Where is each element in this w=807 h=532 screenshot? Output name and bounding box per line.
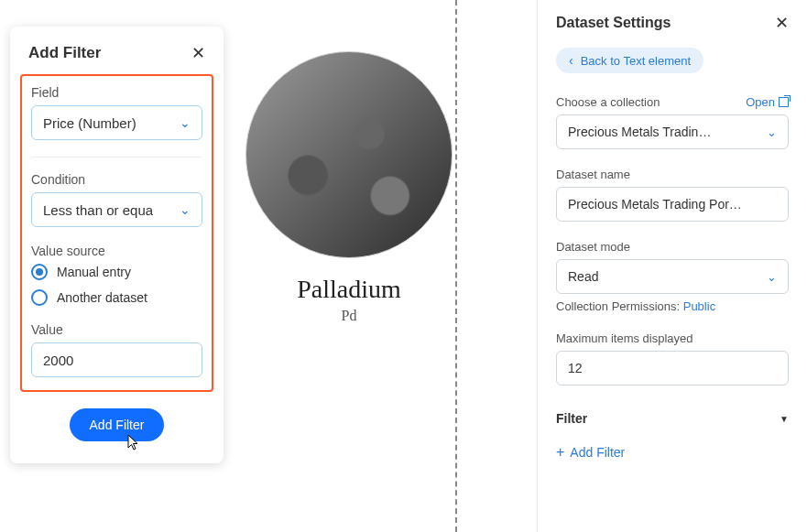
dataset-name-value: Precious Metals Trading Por…: [568, 197, 742, 212]
add-filter-button-label: Add Filter: [90, 418, 145, 432]
value-source-label: Value source: [31, 244, 202, 258]
chevron-down-icon: ⌄: [180, 202, 191, 217]
condition-label: Condition: [31, 172, 202, 187]
dataset-settings-panel: Dataset Settings ✕ ‹ Back to Text elemen…: [537, 0, 807, 532]
radio-manual-label: Manual entry: [57, 265, 131, 279]
radio-manual-entry[interactable]: Manual entry: [31, 264, 202, 280]
max-items-value: 12: [568, 361, 583, 375]
permissions-label: Collection Permissions:: [556, 299, 683, 313]
filter-section-label: Filter: [556, 411, 587, 426]
chevron-down-icon: ⌄: [180, 115, 191, 130]
preview-title: Palladium: [239, 275, 459, 304]
dataset-name-label: Dataset name: [556, 168, 789, 181]
add-filter-title: Add Filter: [28, 44, 101, 62]
divider: [31, 157, 202, 157]
open-link-label: Open: [746, 95, 775, 109]
add-filter-button[interactable]: Add Filter: [70, 408, 165, 441]
preview-subtitle: Pd: [239, 308, 459, 324]
plus-icon: +: [556, 444, 564, 461]
collection-select-value: Precious Metals Tradin…: [568, 125, 711, 139]
chevron-left-icon: ‹: [569, 53, 573, 68]
open-collection-link[interactable]: Open: [746, 95, 789, 109]
triangle-down-icon: ▼: [780, 414, 789, 424]
radio-another-label: Another dataset: [57, 290, 147, 305]
value-label: Value: [31, 322, 202, 337]
permissions-line: Collection Permissions: Public: [556, 299, 789, 313]
dataset-mode-select[interactable]: Read ⌄: [556, 259, 789, 294]
field-select[interactable]: Price (Number) ⌄: [31, 105, 202, 140]
radio-another-dataset[interactable]: Another dataset: [31, 289, 202, 306]
dataset-mode-value: Read: [568, 269, 598, 284]
chevron-down-icon: ⌄: [767, 125, 777, 139]
value-input[interactable]: 2000: [31, 342, 202, 377]
field-label: Field: [31, 85, 202, 100]
add-filter-link[interactable]: + Add Filter: [556, 444, 625, 461]
value-input-text: 2000: [43, 353, 73, 368]
cursor-icon: [127, 434, 142, 451]
add-filter-link-label: Add Filter: [570, 445, 625, 460]
preview-image: [245, 51, 453, 258]
max-items-label: Maximum items displayed: [556, 331, 789, 345]
dataset-mode-label: Dataset mode: [556, 240, 789, 254]
chevron-down-icon: ⌄: [767, 270, 777, 284]
condition-select[interactable]: Less than or equa ⌄: [31, 192, 202, 227]
settings-title: Dataset Settings: [556, 15, 671, 31]
dashed-divider: [455, 0, 457, 532]
condition-select-value: Less than or equa: [43, 202, 153, 218]
choose-collection-label: Choose a collection: [556, 95, 660, 109]
highlighted-form-area: Field Price (Number) ⌄ Condition Less th…: [20, 74, 213, 392]
external-link-icon: [779, 97, 789, 107]
permissions-link[interactable]: Public: [683, 299, 715, 313]
back-button[interactable]: ‹ Back to Text element: [556, 48, 703, 73]
close-icon[interactable]: ✕: [775, 13, 789, 33]
max-items-input[interactable]: 12: [556, 351, 789, 385]
radio-icon-selected: [31, 264, 48, 280]
collection-select[interactable]: Precious Metals Tradin… ⌄: [556, 114, 789, 149]
dataset-name-input[interactable]: Precious Metals Trading Por…: [556, 187, 789, 222]
back-button-label: Back to Text element: [581, 54, 691, 68]
add-filter-panel: Add Filter ✕ Field Price (Number) ⌄ Cond…: [10, 27, 224, 463]
filter-section-toggle[interactable]: Filter ▼: [556, 404, 789, 433]
radio-icon-unselected: [31, 289, 48, 306]
close-icon[interactable]: ✕: [191, 43, 205, 63]
preview-card: Palladium Pd: [239, 0, 459, 324]
field-select-value: Price (Number): [43, 115, 136, 131]
